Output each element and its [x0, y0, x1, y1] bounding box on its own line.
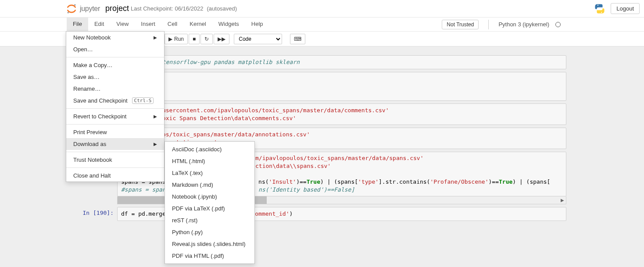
menubar-item-insert[interactable]: Insert: [135, 18, 161, 31]
divider: [488, 20, 489, 29]
jupyter-logo-icon: [66, 3, 77, 14]
run-button[interactable]: ▶Run: [165, 34, 188, 44]
submenu-arrow-icon: ▶: [154, 35, 157, 40]
shortcut-label: Ctrl-S: [132, 97, 154, 104]
logout-button[interactable]: Logout: [611, 3, 640, 14]
input-prompt: In [190]:: [78, 207, 117, 221]
file-dropdown-menu: New Notebook▶ Open… Make a Copy… Save as…: [66, 31, 165, 182]
menu-save-as[interactable]: Save as…: [66, 71, 164, 83]
code-input[interactable]: tensorflow tensorflow-gpu pandas matplot…: [117, 55, 566, 69]
svg-point-1: [67, 11, 68, 13]
submenu-arrow-icon: ▶: [154, 114, 157, 119]
jupyter-logo[interactable]: jupyter: [66, 3, 100, 14]
notebook-title[interactable]: project: [105, 4, 129, 13]
menu-new-notebook[interactable]: New Notebook▶: [66, 32, 164, 43]
menubar-item-kernel[interactable]: Kernel: [183, 18, 212, 31]
restart-button[interactable]: ↻: [200, 34, 213, 44]
scroll-right-icon[interactable]: ▶: [559, 196, 566, 204]
download-option[interactable]: LaTeX (.tex): [165, 167, 254, 179]
menu-trust-notebook[interactable]: Trust Notebook: [66, 154, 164, 166]
checkpoint-text: Last Checkpoint: 06/16/2022: [131, 5, 204, 12]
menu-save-checkpoint[interactable]: Save and CheckpointCtrl-S: [66, 95, 164, 107]
download-option[interactable]: reST (.rst): [165, 214, 254, 226]
menubar-item-view[interactable]: View: [110, 18, 135, 31]
not-trusted-button[interactable]: Not Trusted: [442, 20, 479, 29]
menu-separator: [66, 57, 164, 57]
menubar-item-widgets[interactable]: Widgets: [212, 18, 245, 31]
download-option[interactable]: Python (.py): [165, 226, 254, 238]
keyboard-icon: ⌨: [294, 36, 301, 42]
code-input[interactable]: //raw.githubusercontent.com/ipavlopoulos…: [117, 103, 566, 125]
menu-download-as[interactable]: Download as▶: [66, 138, 164, 150]
download-option[interactable]: HTML (.html): [165, 155, 254, 167]
python-logo-icon: [594, 3, 605, 14]
restart-run-all-button[interactable]: ▶▶: [214, 34, 229, 44]
download-as-submenu: AsciiDoc (.asciidoc)HTML (.html)LaTeX (.…: [165, 141, 255, 264]
autosave-status: (autosaved): [207, 5, 237, 12]
cell-type-select[interactable]: Code: [234, 34, 282, 44]
code-cell[interactable]: In [190]:df = pd.merge(annotations,comme…: [78, 207, 566, 221]
download-option[interactable]: Markdown (.md): [165, 179, 254, 191]
menu-make-copy[interactable]: Make a Copy…: [66, 59, 164, 71]
download-option[interactable]: PDF via HTML (.pdf): [165, 250, 254, 262]
download-option[interactable]: Notebook (.ipynb): [165, 191, 254, 203]
interrupt-button[interactable]: ■: [189, 34, 200, 44]
download-option[interactable]: Reveal.js slides (.slides.html): [165, 238, 254, 250]
menubar-item-edit[interactable]: Edit: [88, 18, 110, 31]
code-input[interactable]: as pd rflow as tf as np: [117, 72, 566, 101]
command-palette-button[interactable]: ⌨: [290, 34, 305, 44]
menu-open[interactable]: Open…: [66, 43, 164, 55]
download-option[interactable]: AsciiDoc (.asciidoc): [165, 143, 254, 155]
menu-revert-checkpoint[interactable]: Revert to Checkpoint▶: [66, 110, 164, 122]
menubar-item-cell[interactable]: Cell: [161, 18, 183, 31]
fast-forward-icon: ▶▶: [218, 36, 225, 42]
svg-point-3: [601, 12, 602, 13]
run-label: Run: [174, 36, 184, 42]
menubar-item-file[interactable]: File: [67, 18, 88, 31]
menu-close-halt[interactable]: Close and Halt: [66, 170, 164, 182]
menu-rename[interactable]: Rename…: [66, 83, 164, 95]
play-icon: ▶: [168, 36, 172, 42]
menu-separator: [66, 167, 164, 168]
menu-print-preview[interactable]: Print Preview: [66, 126, 164, 138]
menubar: FileEditViewInsertCellKernelWidgetsHelp …: [0, 18, 644, 32]
stop-icon: ■: [193, 36, 196, 42]
svg-point-2: [597, 4, 598, 5]
header: jupyter project Last Checkpoint: 06/16/2…: [0, 0, 644, 18]
svg-point-0: [74, 4, 75, 5]
jupyter-logo-text: jupyter: [80, 5, 100, 13]
menu-separator: [66, 108, 164, 109]
menubar-item-help[interactable]: Help: [245, 18, 269, 31]
download-option[interactable]: PDF via LaTeX (.pdf): [165, 203, 254, 214]
menu-separator: [66, 152, 164, 152]
menu-separator: [66, 124, 164, 125]
kernel-name[interactable]: Python 3 (ipykernel): [498, 21, 549, 28]
submenu-arrow-icon: ▶: [154, 142, 157, 146]
restart-icon: ↻: [204, 36, 209, 42]
kernel-indicator-icon: [555, 22, 561, 27]
